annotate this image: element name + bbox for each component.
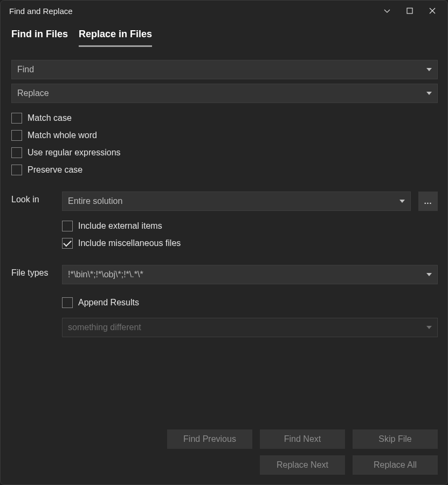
- replace-placeholder: Replace: [17, 88, 49, 98]
- content: Find Replace Match case Match whole word: [1, 47, 447, 484]
- option-include-external: Include external items: [62, 221, 438, 231]
- look-in-value: Entire solution: [68, 196, 122, 206]
- window-title: Find and Replace: [9, 6, 377, 16]
- chevron-down-icon: [426, 65, 432, 74]
- option-preserve-case: Preserve case: [11, 165, 438, 175]
- maximize-icon[interactable]: [400, 3, 419, 18]
- svg-marker-4: [426, 92, 432, 95]
- tab-find-in-files[interactable]: Find in Files: [11, 29, 68, 47]
- window-controls: [377, 3, 442, 18]
- chevron-down-icon: [426, 270, 432, 279]
- file-types-label: File types: [11, 265, 54, 278]
- find-placeholder: Find: [17, 65, 34, 74]
- button-bar: Find Previous Find Next Skip File Replac…: [11, 429, 438, 479]
- match-whole-word-checkbox[interactable]: [11, 130, 22, 141]
- use-regex-label: Use regular expressions: [27, 148, 121, 158]
- option-include-misc: Include miscellaneous files: [62, 238, 438, 249]
- find-next-button[interactable]: Find Next: [260, 429, 345, 449]
- preserve-case-label: Preserve case: [27, 165, 82, 175]
- append-results-label: Append Results: [78, 298, 139, 308]
- look-in-row: Look in Entire solution ... Include exte…: [11, 192, 438, 249]
- preserve-case-checkbox[interactable]: [11, 165, 22, 175]
- option-match-case: Match case: [11, 113, 438, 124]
- file-types-select[interactable]: !*\bin\*;!*\obj\*;!*\.*\*: [62, 265, 438, 284]
- match-case-label: Match case: [27, 113, 72, 123]
- tabs: Find in Files Replace in Files: [1, 21, 447, 47]
- dropdown-icon[interactable]: [377, 3, 397, 18]
- browse-button[interactable]: ...: [418, 192, 438, 211]
- replace-next-button[interactable]: Replace Next: [260, 455, 345, 475]
- replace-all-button[interactable]: Replace All: [353, 455, 438, 475]
- option-append-results: Append Results: [62, 297, 438, 308]
- match-case-checkbox[interactable]: [11, 113, 22, 124]
- include-external-label: Include external items: [78, 221, 162, 231]
- chevron-down-icon: [426, 323, 432, 332]
- close-icon[interactable]: [423, 3, 442, 18]
- skip-file-button[interactable]: Skip File: [353, 429, 438, 449]
- find-previous-button[interactable]: Find Previous: [167, 429, 252, 449]
- search-options: Match case Match whole word Use regular …: [11, 113, 438, 175]
- chevron-down-icon: [426, 88, 432, 98]
- chevron-down-icon: [399, 196, 405, 206]
- use-regex-checkbox[interactable]: [11, 147, 22, 158]
- option-use-regex: Use regular expressions: [11, 147, 438, 158]
- append-results-checkbox[interactable]: [62, 297, 73, 308]
- svg-marker-3: [426, 68, 432, 71]
- svg-marker-5: [399, 200, 405, 203]
- results-target-select: something different: [62, 318, 438, 337]
- results-target-value: something different: [68, 323, 141, 332]
- include-misc-checkbox[interactable]: [62, 238, 73, 249]
- include-external-checkbox[interactable]: [62, 221, 73, 231]
- look-in-label: Look in: [11, 192, 54, 204]
- tab-replace-in-files[interactable]: Replace in Files: [79, 29, 152, 47]
- option-match-whole-word: Match whole word: [11, 130, 438, 141]
- svg-rect-0: [407, 8, 412, 13]
- replace-input[interactable]: Replace: [11, 84, 438, 103]
- include-misc-label: Include miscellaneous files: [78, 238, 181, 248]
- file-types-row: File types !*\bin\*;!*\obj\*;!*\.*\* App…: [11, 265, 438, 337]
- match-whole-word-label: Match whole word: [27, 131, 97, 140]
- svg-marker-6: [426, 273, 432, 276]
- file-types-value: !*\bin\*;!*\obj\*;!*\.*\*: [68, 270, 143, 279]
- look-in-select[interactable]: Entire solution: [62, 192, 411, 211]
- svg-marker-7: [426, 326, 432, 329]
- titlebar: Find and Replace: [1, 1, 447, 21]
- find-replace-window: Find and Replace Find in Files Replace i…: [0, 0, 448, 485]
- find-input[interactable]: Find: [11, 60, 438, 79]
